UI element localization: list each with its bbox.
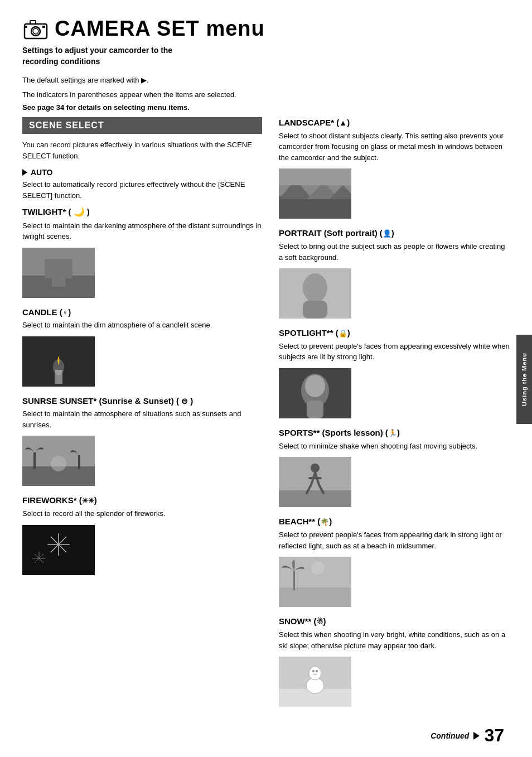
portrait-desc: Select to bring out the subject such as … [279,241,510,263]
beach-item: BEACH** (🌴) Select to prevent people's f… [279,516,510,607]
snow-title: SNOW** (☃) [279,616,510,627]
twilight-title: TWILIGHT* ( 🌙 ) [22,206,262,218]
sunrise-desc: Select to maintain the atmosphere of sit… [22,408,262,430]
sports-title: SPORTS** (Sports lesson) (🏃) [279,427,510,438]
svg-rect-10 [65,278,74,287]
sports-image [279,457,351,507]
beach-title: BEACH** (🌴) [279,516,510,527]
intro-bold: See page 34 for details on selecting men… [22,103,510,112]
landscape-item: LANDSCAPE* (▲) Select to shoot distant s… [279,117,510,219]
scene-intro: You can record pictures effectively in v… [22,139,262,161]
auto-text: AUTO [31,168,52,177]
fireworks-desc: Select to record all the splendor of fir… [22,508,262,519]
camera-icon [22,17,49,41]
page: CAMERA SET menu Settings to adjust your … [0,0,532,757]
svg-rect-50 [279,587,351,607]
portrait-title: PORTRAIT (Soft portrait) (👤) [279,228,510,239]
footer: Continued 37 [431,725,504,746]
svg-rect-3 [30,21,36,24]
svg-rect-38 [279,168,351,185]
spotlight-image [279,368,351,418]
svg-rect-9 [43,278,52,287]
svg-point-48 [311,464,320,472]
portrait-item: PORTRAIT (Soft portrait) (👤) Select to b… [279,228,510,319]
auto-desc: Select to automatically record pictures … [22,179,262,201]
landscape-desc: Select to shoot distant subjects clearly… [279,131,510,163]
twilight-desc: Select to maintain the darkening atmosph… [22,220,262,242]
sports-item: SPORTS** (Sports lesson) (🏃) Select to m… [279,427,510,507]
page-number: 37 [484,725,504,746]
subtitle: Settings to adjust your camcorder to the… [22,45,510,67]
svg-rect-4 [42,26,45,28]
svg-rect-11 [52,278,65,287]
page-title-area: CAMERA SET menu [22,17,510,41]
fireworks-title: FIREWORKS* (✳✳) [22,495,262,506]
sidebar-tab-label: Using the Menu [521,353,528,406]
right-column: LANDSCAPE* (▲) Select to shoot distant s… [279,117,510,716]
snow-desc: Select this when shooting in very bright… [279,629,510,651]
svg-rect-52 [293,571,295,590]
svg-point-56 [309,667,321,680]
fireworks-item: FIREWORKS* (✳✳) Select to record all the… [22,495,262,575]
svg-point-2 [33,28,38,34]
svg-rect-47 [279,490,351,507]
left-column: SCENE SELECT You can record pictures eff… [22,117,262,716]
twilight-item: TWILIGHT* ( 🌙 ) Select to maintain the d… [22,206,262,298]
landscape-image [279,168,351,219]
intro-line-2: The indicators in parentheses appear whe… [22,89,510,100]
beach-image [279,557,351,607]
spotlight-item: SPOTLIGHT** (🔒) Select to prevent people… [279,327,510,418]
candle-image [22,336,95,387]
spotlight-desc: Select to prevent people's faces from ap… [279,341,510,363]
svg-rect-37 [279,196,351,219]
portrait-image [279,268,351,319]
sunrise-item: SUNRSE SUNSET* (Sunrise & Sunset) ( ⊜ ) … [22,396,262,486]
svg-rect-41 [303,301,327,319]
svg-rect-18 [78,455,80,469]
landscape-title: LANDSCAPE* (▲) [279,117,510,128]
svg-point-58 [316,670,318,672]
svg-point-40 [303,273,327,302]
spotlight-title: SPOTLIGHT** (🔒) [279,327,510,339]
twilight-image [22,248,95,298]
candle-item: CANDLE (♀) Select to maintain the dim at… [22,307,262,387]
auto-item: AUTO Select to automatically record pict… [22,168,262,201]
fireworks-image [22,525,95,575]
svg-point-57 [312,670,315,672]
sunrise-image [22,436,95,486]
main-title: CAMERA SET menu [55,17,265,41]
sunrise-title: SUNRSE SUNSET* (Sunrise & Sunset) ( ⊜ ) [22,396,262,407]
section-header: SCENE SELECT [22,117,262,134]
triangle-icon [22,169,27,176]
intro-line-1: The default settings are marked with ▶. [22,75,510,86]
snow-item: SNOW** (☃) Select this when shooting in … [279,616,510,707]
auto-label: AUTO [22,168,262,177]
continued-arrow-icon [473,732,480,740]
beach-desc: Select to prevent people's faces from ap… [279,529,510,551]
svg-point-44 [305,375,325,397]
svg-rect-17 [33,452,36,469]
svg-point-19 [51,456,66,471]
sports-desc: Select to minimize shake when shooting f… [279,441,510,452]
svg-rect-5 [25,26,27,28]
svg-rect-45 [307,401,323,418]
sidebar-tab: Using the Menu [516,335,532,424]
candle-title: CANDLE (♀) [22,307,262,318]
snow-image [279,657,351,707]
candle-desc: Select to maintain the dim atmosphere of… [22,320,262,331]
svg-point-51 [311,561,325,575]
continued-text: Continued [431,731,469,740]
